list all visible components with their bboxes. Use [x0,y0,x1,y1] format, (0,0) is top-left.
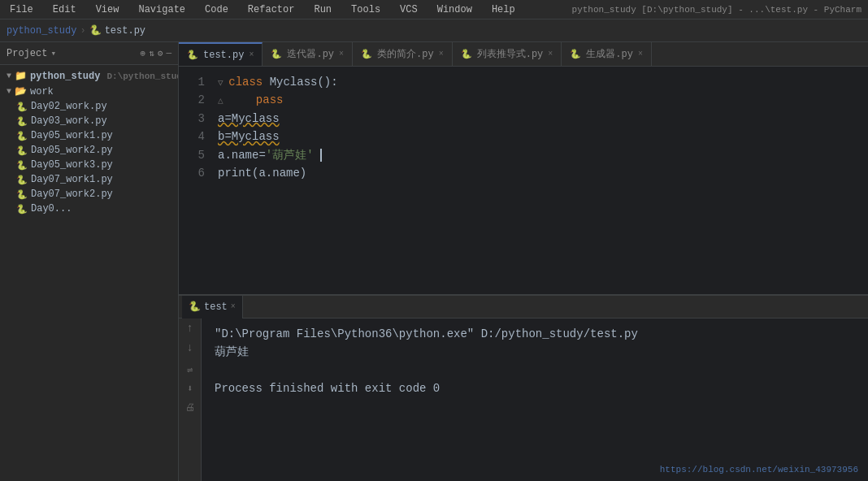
editor-area: 1 2 3 4 5 6 ▽ class Myclass(): △ pass a=… [179,67,868,481]
tab-close-icon[interactable]: × [249,50,254,59]
watermark: https://blog.csdn.net/weixin_43973956 [660,465,858,474]
menu-run[interactable]: Run [310,2,335,17]
terminal-panel: 🐍 test × ↑ ↓ ⇌ ⬇ 🖨 "D:\Program Files\Pyt [179,294,868,481]
list-item[interactable]: 🐍 Day05_work3.py [0,158,178,172]
sort-icon[interactable]: ⇌ [187,364,193,376]
down-arrow-icon[interactable]: ↓ [186,341,193,354]
file-icon: 🐍 [16,145,28,156]
code-line-6: print(a.name) [218,167,306,180]
list-item[interactable]: 🐍 Day05_work1.py [0,128,178,143]
terminal-tab-close[interactable]: × [231,302,236,311]
menu-navigate[interactable]: Navigate [135,2,189,17]
tree-root[interactable]: ▼ 📁 python_study D:\python_study [0,68,178,84]
file-label: Day07_work2.py [31,188,113,200]
file-label: Day02_work.py [31,101,107,112]
code-editor[interactable]: ▽ class Myclass(): △ pass a=Myclass b=My… [211,67,868,294]
sidebar: Project ▾ ⊕ ⇅ ⚙ — ▼ 📁 python_study D:\py… [0,42,179,481]
terminal-tab-test[interactable]: 🐍 test × [182,296,243,318]
file-icon: 🐍 [16,175,28,185]
terminal-tab-bar: 🐍 test × [179,296,868,318]
menu-view[interactable]: View [93,2,123,17]
folder-expand-icon: ▼ [7,87,11,96]
menu-window[interactable]: Window [434,2,475,17]
tab-icon: 🐍 [461,49,472,59]
fold-arrow-1: ▽ [218,78,228,88]
menu-help[interactable]: Help [488,2,519,17]
tab-class-intro-py[interactable]: 🐍 类的简介.py × [353,42,453,67]
tab-label: 列表推导式.py [477,47,544,61]
tab-test-py[interactable]: 🐍 test.py × [179,42,263,67]
menu-vcs[interactable]: VCS [397,2,421,17]
line-numbers: 1 2 3 4 5 6 [179,67,211,294]
terminal-finished-line: Process finished with exit code 0 [215,379,855,397]
tab-close-icon[interactable]: × [548,50,553,58]
keyword-pass: pass [256,93,284,106]
tree-folder-work[interactable]: ▼ 📂 work [0,84,178,99]
file-label: Day03_work.py [31,115,107,127]
list-item[interactable]: 🐍 Day07_work1.py [0,172,178,187]
colon: : [331,76,337,89]
folder-expand-icon: ▼ [7,72,11,80]
tab-close-icon[interactable]: × [339,50,344,58]
tab-label: 迭代器.py [287,47,334,61]
tab-label: 类的简介.py [377,47,434,61]
sidebar-header-icons: ⊕ ⇅ ⚙ — [141,48,171,58]
gear-icon[interactable]: ⚙ [158,48,163,58]
sidebar-header: Project ▾ ⊕ ⇅ ⚙ — [0,42,178,65]
code-line-5: a.name='葫芦娃' [218,149,322,162]
tab-bar: 🐍 test.py × 🐍 迭代器.py × 🐍 类的简介.py × 🐍 列表推… [179,42,868,67]
tab-close-icon[interactable]: × [439,50,444,58]
tab-close-icon[interactable]: × [638,50,643,58]
list-item[interactable]: 🐍 Day07_work2.py [0,187,178,202]
code-line-4: b=Myclass [218,130,280,143]
minimize-icon[interactable]: — [166,48,171,58]
breadcrumb-project[interactable]: python_study [7,25,76,37]
tree-folder-label: work [30,86,54,98]
list-item[interactable]: 🐍 Day03_work.py [0,114,178,128]
sidebar-content: ▼ 📁 python_study D:\python_study ▼ 📂 wor… [0,65,178,481]
editor-content[interactable]: 1 2 3 4 5 6 ▽ class Myclass(): △ pass a=… [179,67,868,294]
tab-icon: 🐍 [187,50,198,60]
terminal-tab-label: test [204,301,228,313]
breadcrumb-file-label: test.py [105,25,145,37]
terminal-command-line: "D:\Program Files\Python36\python.exe" D… [215,325,855,343]
terminal-output-area: "D:\Program Files\Python36\python.exe" D… [202,318,868,481]
fold-arrow-2: △ [218,96,228,106]
file-icon: 🐍 [16,189,28,200]
tab-generator-py[interactable]: 🐍 生成器.py × [562,42,652,67]
menu-file[interactable]: File [7,2,37,17]
breadcrumb-bar: python_study › 🐍 test.py [0,20,868,42]
list-item[interactable]: 🐍 Day05_work2.py [0,143,178,158]
right-panel: 🐍 test.py × 🐍 迭代器.py × 🐍 类的简介.py × 🐍 列表推… [179,42,868,481]
tree-root-path: D:\python_study [106,72,178,81]
list-item[interactable]: 🐍 Day0... [0,202,178,216]
tab-label: 生成器.py [586,47,633,61]
print-icon[interactable]: 🖨 [185,401,195,414]
breadcrumb-file[interactable]: 🐍 test.py [89,24,145,37]
file-label: Day05_work1.py [31,130,113,141]
terminal-sidebar: ↑ ↓ ⇌ ⬇ 🖨 [179,318,202,481]
file-icon: 🐍 [16,131,28,141]
menu-code[interactable]: Code [202,2,232,17]
dropdown-icon[interactable]: ▾ [50,48,56,58]
keyword-class: class [228,76,263,89]
tab-icon: 🐍 [570,49,581,59]
project-label: Project [7,48,47,59]
up-arrow-icon[interactable]: ↑ [186,322,193,335]
tab-iterator-py[interactable]: 🐍 迭代器.py × [263,42,353,67]
sidebar-header-left: Project ▾ [7,48,56,59]
add-icon[interactable]: ⊕ [141,48,146,58]
menu-tools[interactable]: Tools [348,2,384,17]
download-icon[interactable]: ⬇ [187,383,193,395]
menu-edit[interactable]: Edit [50,2,80,17]
terminal-empty-line [215,362,855,379]
tab-icon: 🐍 [361,49,372,59]
tab-list-comprehension-py[interactable]: 🐍 列表推导式.py × [453,42,562,67]
file-icon: 🐍 [16,160,28,171]
terminal-output-line1: 葫芦娃 [215,343,855,361]
list-item[interactable]: 🐍 Day02_work.py [0,99,178,114]
tab-icon: 🐍 [271,49,282,59]
file-label: Day05_work3.py [31,159,113,171]
scroll-icon[interactable]: ⇅ [149,48,154,58]
menu-refactor[interactable]: Refactor [245,2,298,17]
